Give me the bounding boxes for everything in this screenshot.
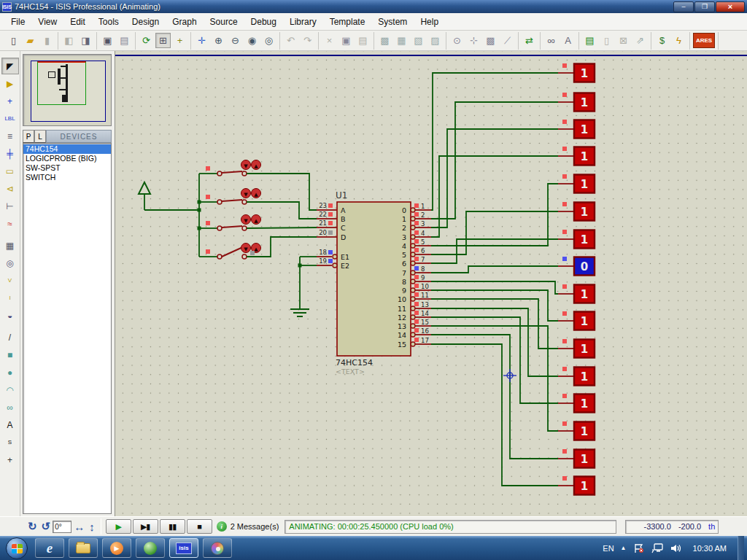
symbol-2d[interactable]: S (1, 434, 19, 451)
stop-button[interactable]: ■ (187, 519, 212, 534)
output-wire[interactable] (431, 184, 558, 246)
mirror-horizontal-button[interactable]: ↔ (74, 521, 85, 533)
device-list[interactable]: 74HC154LOGICPROBE (BIG)SW-SPSTSWITCH (23, 143, 112, 514)
save-file-button[interactable]: ▮ (39, 33, 55, 48)
marker-2d[interactable]: + (1, 451, 19, 468)
pick-devices-button[interactable]: P (23, 130, 34, 143)
taskbar-paint-app[interactable] (203, 538, 232, 558)
taskbar-file-explorer[interactable] (69, 538, 98, 558)
clock[interactable]: 10:30 AM (693, 544, 727, 553)
language-indicator[interactable]: EN (603, 544, 614, 553)
goto-sheet-button[interactable]: ⇗ (632, 33, 648, 48)
new-sheet-button[interactable]: ▯ (599, 33, 614, 48)
output-wire[interactable] (431, 129, 558, 228)
wire-label-mode[interactable]: LBL (1, 110, 19, 127)
output-wire[interactable] (431, 102, 558, 219)
decompose-button[interactable]: ⟋ (500, 33, 515, 48)
junction-dot-mode[interactable]: + (1, 93, 19, 109)
selection-tool[interactable]: ◤ (1, 58, 19, 74)
device-list-item[interactable]: LOGICPROBE (BIG) (23, 154, 111, 163)
menu-item-source[interactable]: Source (204, 15, 244, 29)
bus-mode[interactable]: ╪ (1, 145, 19, 162)
remove-sheet-button[interactable]: ⊠ (616, 33, 631, 48)
wire[interactable] (247, 228, 317, 228)
design-explorer-button[interactable]: ▤ (582, 33, 597, 48)
output-wire[interactable] (431, 335, 558, 459)
undo-button[interactable]: ↶ (283, 33, 298, 48)
block-rotate-button[interactable]: ▧ (411, 33, 426, 48)
toggle-grid-button[interactable]: ⊞ (155, 33, 171, 48)
copy-button[interactable]: ▣ (338, 33, 354, 48)
voltage-probe-mode[interactable]: V (1, 272, 19, 289)
current-probe-mode[interactable]: I (1, 289, 19, 306)
zoom-out-button[interactable]: ⊖ (228, 33, 243, 48)
output-wire[interactable] (431, 239, 558, 263)
path-2d[interactable]: ∞ (1, 399, 19, 416)
graph-mode[interactable]: ≈ (1, 215, 19, 232)
close-button[interactable]: × (716, 1, 745, 12)
output-wire[interactable] (431, 266, 558, 273)
switch-lever-1[interactable] (222, 200, 242, 201)
block-copy-button[interactable]: ▩ (377, 33, 392, 48)
pick-device-button[interactable]: ⊙ (449, 33, 465, 48)
origin-button[interactable]: + (172, 33, 187, 48)
zoom-in-button[interactable]: ⊕ (211, 33, 226, 48)
property-assignment-button[interactable]: A (560, 33, 576, 48)
menu-item-library[interactable]: Library (283, 15, 323, 29)
device-list-item[interactable]: 74HC154 (23, 144, 111, 154)
rotate-anticlockwise-button[interactable]: ↺ (42, 520, 51, 533)
paste-button[interactable]: ▤ (355, 33, 371, 48)
make-device-button[interactable]: ⊹ (466, 33, 481, 48)
redo-button[interactable]: ↷ (300, 33, 315, 48)
maximize-button[interactable]: ❐ (694, 1, 715, 12)
output-wire[interactable] (431, 281, 558, 294)
start-button[interactable] (6, 537, 28, 559)
pan-button[interactable]: ✛ (194, 33, 209, 48)
library-manager-button[interactable]: L (34, 130, 46, 143)
simulation-log-icon[interactable]: i (217, 521, 227, 532)
switch-lever-2[interactable] (222, 226, 242, 228)
device-list-item[interactable]: SWITCH (23, 173, 111, 182)
device-pin-mode[interactable]: ⊢ (1, 198, 19, 214)
rotation-angle-input[interactable] (53, 521, 71, 533)
network-icon[interactable] (651, 543, 664, 553)
box-2d[interactable]: ■ (1, 346, 19, 363)
message-count[interactable]: 2 Message(s) (231, 522, 279, 531)
bill-of-materials-button[interactable]: $ (654, 33, 670, 48)
tray-expand-icon[interactable]: ▲ (621, 545, 627, 551)
taskbar-internet-explorer[interactable]: e (35, 538, 64, 558)
speaker-icon[interactable] (670, 543, 682, 553)
switch-lever-0[interactable] (222, 171, 242, 173)
minimize-button[interactable]: – (673, 1, 694, 12)
menu-item-tools[interactable]: Tools (92, 15, 125, 29)
device-list-item[interactable]: SW-SPST (23, 163, 111, 173)
block-delete-button[interactable]: ▨ (427, 33, 443, 48)
step-button[interactable]: ▶▮ (133, 519, 158, 534)
virtual-instruments-mode[interactable]: ◒ (1, 307, 19, 324)
output-wire[interactable] (431, 299, 558, 349)
wire-autorouter-button[interactable]: ⇄ (522, 33, 537, 48)
power-terminal[interactable] (139, 182, 150, 194)
output-wire[interactable] (431, 156, 558, 237)
mirror-vertical-button[interactable]: ↕ (89, 521, 95, 533)
schematic-canvas[interactable]: U174HC154<TEXT>23A22B21C20D18E119E210121… (115, 51, 747, 516)
circle-2d[interactable]: ● (1, 364, 19, 381)
menu-item-template[interactable]: Template (323, 15, 372, 29)
terminal-mode[interactable]: ⊲ (1, 180, 19, 197)
menu-item-debug[interactable]: Debug (244, 15, 283, 29)
show-desktop-button[interactable] (738, 536, 744, 560)
new-file-button[interactable]: ▯ (6, 33, 21, 48)
open-folder-button[interactable]: ▰ (23, 33, 38, 48)
refresh-display-button[interactable]: ⟳ (139, 33, 154, 48)
rotate-clockwise-button[interactable]: ↻ (28, 520, 37, 533)
netlist-to-ares-button[interactable]: ARES (693, 33, 715, 48)
text-2d[interactable]: A (1, 416, 19, 433)
text-script-mode[interactable]: ≡ (1, 128, 19, 144)
taskbar-media-player[interactable]: ▶ (102, 538, 131, 558)
block-move-button[interactable]: ▦ (394, 33, 409, 48)
taskbar-globe-app[interactable] (136, 538, 165, 558)
subcircuit-mode[interactable]: ▭ (1, 163, 19, 179)
cut-button[interactable]: × (322, 33, 337, 48)
line-2d[interactable]: / (1, 329, 19, 346)
zoom-all-button[interactable]: ◉ (244, 33, 260, 48)
